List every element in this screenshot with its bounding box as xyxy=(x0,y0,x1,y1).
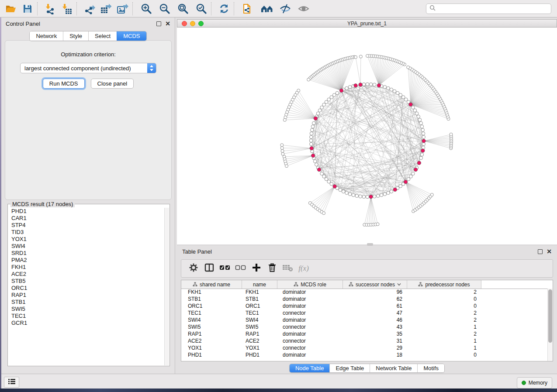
column-header-successor-nodes[interactable]: successor nodes xyxy=(343,280,407,289)
table-cell[interactable]: dominator xyxy=(277,317,343,323)
float-table-panel-icon[interactable] xyxy=(538,249,543,254)
table-cell[interactable]: connector xyxy=(277,310,343,316)
table-cell[interactable]: TEC1 xyxy=(242,310,277,316)
table-cell[interactable]: dominator xyxy=(277,331,343,337)
table-cell[interactable]: TEC1 xyxy=(181,310,242,316)
table-cell[interactable]: 96 xyxy=(343,289,407,295)
table-row[interactable]: PHD1PHD1dominator180 xyxy=(181,351,548,358)
zoom-selected-button[interactable] xyxy=(193,1,210,16)
create-column-button[interactable] xyxy=(249,261,264,276)
task-history-button[interactable] xyxy=(4,377,19,388)
mcds-result-item[interactable]: SWI4 xyxy=(8,243,165,250)
column-header-name[interactable]: name xyxy=(242,280,277,289)
deselect-all-button[interactable] xyxy=(233,261,249,276)
zoom-in-button[interactable] xyxy=(138,1,155,16)
table-cell[interactable]: 47 xyxy=(343,310,407,316)
open-session-button[interactable] xyxy=(3,1,19,16)
mcds-result-item[interactable]: RAP1 xyxy=(8,292,165,299)
table-cell[interactable]: ACE2 xyxy=(181,338,242,344)
show-column-panel-button[interactable] xyxy=(201,261,217,276)
close-panel-button[interactable]: Close panel xyxy=(91,79,134,89)
run-mcds-button[interactable]: Run MCDS xyxy=(43,79,85,89)
mcds-result-item[interactable]: STB1 xyxy=(8,299,165,306)
table-cell[interactable]: dominator xyxy=(277,289,343,295)
table-cell[interactable]: 35 xyxy=(343,331,407,337)
table-cell[interactable]: 31 xyxy=(343,338,407,344)
table-scrollbar[interactable] xyxy=(547,289,553,361)
homes-button[interactable] xyxy=(259,1,275,16)
import-table-button[interactable] xyxy=(59,1,75,16)
mcds-result-item[interactable]: TEC1 xyxy=(8,313,165,320)
table-row[interactable]: TEC1TEC1connector472 xyxy=(181,309,548,316)
table-row[interactable]: FKH1FKH1dominator962 xyxy=(181,289,548,296)
column-header-mcds-role[interactable]: MCDS role xyxy=(277,280,343,289)
float-panel-icon[interactable] xyxy=(156,21,161,26)
table-cell[interactable]: 62 xyxy=(343,296,407,302)
table-cell[interactable]: connector xyxy=(277,324,343,330)
zoom-out-button[interactable] xyxy=(156,1,173,16)
tab-node-table[interactable]: Node Table xyxy=(290,364,330,372)
tab-edge-table[interactable]: Edge Table xyxy=(329,364,370,372)
mcds-result-item[interactable]: SWI5 xyxy=(8,306,165,313)
tab-mcds[interactable]: MCDS xyxy=(117,31,146,41)
table-row[interactable]: STB1STB1dominator620 xyxy=(181,296,548,303)
search-box[interactable] xyxy=(426,3,551,14)
table-row[interactable]: RAP1RAP1dominator352 xyxy=(181,330,548,337)
table-cell[interactable]: 0 xyxy=(407,296,481,302)
mcds-result-item[interactable]: YOX1 xyxy=(8,236,165,243)
search-input[interactable] xyxy=(438,5,551,12)
mcds-result-item[interactable]: STB5 xyxy=(8,278,165,285)
tab-network[interactable]: Network xyxy=(30,31,63,41)
close-panel-icon[interactable]: ✕ xyxy=(165,21,170,26)
table-row[interactable]: SWI4SWI4dominator462 xyxy=(181,316,548,323)
column-header-predecessor-nodes[interactable]: predecessor nodes xyxy=(407,280,481,289)
close-table-panel-icon[interactable]: ✕ xyxy=(547,249,552,254)
table-cell[interactable]: dominator xyxy=(277,352,343,358)
table-row[interactable]: SWI5SWI5connector431 xyxy=(181,323,548,330)
table-settings-button[interactable] xyxy=(186,261,201,276)
mcds-result-item[interactable]: ACE2 xyxy=(8,271,165,278)
table-cell[interactable]: 1 xyxy=(407,338,481,344)
memory-button[interactable]: Memory xyxy=(517,377,552,389)
export-network-button[interactable] xyxy=(81,1,98,16)
mcds-list-scrollbar[interactable] xyxy=(164,208,169,365)
mcds-result-item[interactable]: PHD1 xyxy=(8,208,165,215)
table-cell[interactable]: SWI4 xyxy=(181,317,242,323)
table-cell[interactable]: SWI5 xyxy=(242,324,277,330)
tab-style[interactable]: Style xyxy=(63,31,88,41)
export-network-file-button[interactable] xyxy=(239,1,256,16)
hide-panel-button[interactable] xyxy=(277,1,294,16)
table-cell[interactable]: 2 xyxy=(407,317,481,323)
table-row[interactable]: ACE2ACE2connector311 xyxy=(181,337,548,344)
table-row[interactable]: YOX1YOX1connector291 xyxy=(181,344,548,351)
optimization-criterion-dropdown[interactable]: largest connected component (undirected) xyxy=(20,63,156,73)
table-cell[interactable]: SWI4 xyxy=(242,317,277,323)
table-cell[interactable]: 61 xyxy=(343,303,407,309)
tab-motifs[interactable]: Motifs xyxy=(417,364,444,372)
mcds-result-item[interactable]: PMA2 xyxy=(8,257,165,264)
table-cell[interactable]: FKH1 xyxy=(242,289,277,295)
mcds-result-list[interactable]: PHD1CAR1STP4TID3YOX1SWI4SRD1PMA2FKH1ACE2… xyxy=(8,208,165,365)
save-session-button[interactable] xyxy=(19,1,36,16)
table-cell[interactable]: connector xyxy=(277,345,343,351)
table-cell[interactable]: FKH1 xyxy=(181,289,242,295)
table-cell[interactable]: ORC1 xyxy=(181,303,242,309)
table-cell[interactable]: 1 xyxy=(407,324,481,330)
table-cell[interactable]: 2 xyxy=(407,310,481,316)
export-table-button[interactable] xyxy=(98,1,114,16)
table-cell[interactable]: STB1 xyxy=(242,296,277,302)
mcds-result-item[interactable]: STP4 xyxy=(8,222,165,229)
table-cell[interactable]: dominator xyxy=(277,303,343,309)
refresh-layout-button[interactable] xyxy=(216,1,232,16)
table-scrollbar-thumb[interactable] xyxy=(548,289,552,343)
table-row[interactable]: ORC1ORC1dominator610 xyxy=(181,303,548,309)
mcds-result-item[interactable]: CAR1 xyxy=(8,215,165,222)
table-cell[interactable]: RAP1 xyxy=(181,331,242,337)
table-cell[interactable]: STB1 xyxy=(181,296,242,302)
table-cell[interactable]: PHD1 xyxy=(242,352,277,358)
mcds-result-item[interactable]: TID3 xyxy=(8,229,165,236)
table-cell[interactable]: 18 xyxy=(343,352,407,358)
table-cell[interactable]: 1 xyxy=(407,345,481,351)
table-cell[interactable]: SWI5 xyxy=(181,324,242,330)
mcds-result-item[interactable]: FKH1 xyxy=(8,264,165,271)
